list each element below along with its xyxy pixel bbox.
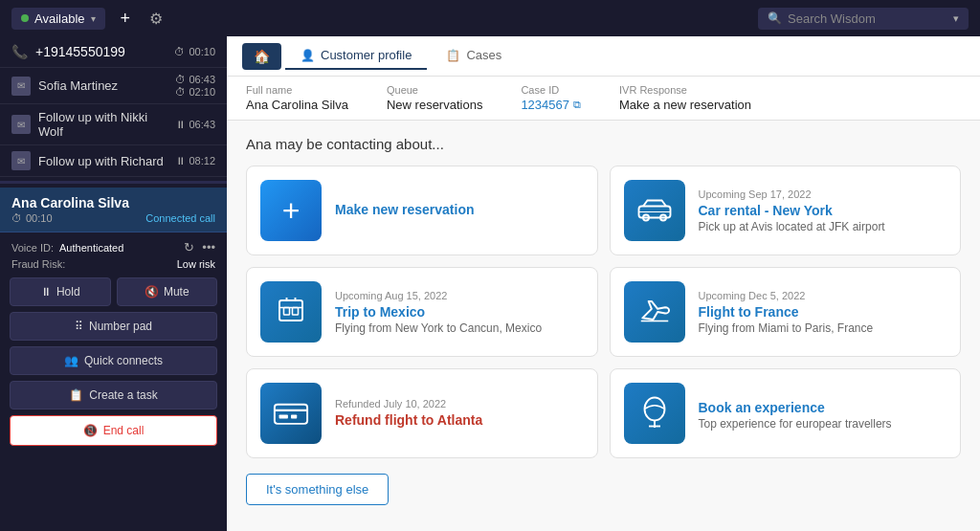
card-car-rental[interactable]: Upcoming Sep 17, 2022 Car rental - New Y…: [610, 166, 962, 255]
case-id-group: Case ID 1234567 ⧉: [521, 84, 581, 112]
tab-customer-profile[interactable]: 👤 Customer profile: [285, 42, 427, 70]
card-book-experience[interactable]: Book an experience Top experience for eu…: [610, 368, 962, 458]
refresh-icon[interactable]: ↻: [184, 240, 194, 254]
search-icon: 🔍: [768, 11, 782, 25]
status-dropdown[interactable]: Available ▾: [11, 8, 105, 30]
tab-home[interactable]: 🏠: [242, 43, 281, 70]
end-call-button[interactable]: 📵 End call: [10, 415, 217, 446]
mute-button[interactable]: 🔇 Mute: [117, 277, 218, 306]
svg-rect-14: [291, 415, 297, 419]
queue-name-nikki: Follow up with Nikki Wolf: [38, 110, 167, 139]
card-trip-mexico[interactable]: Upcoming Aug 15, 2022 Trip to Mexico Fly…: [246, 267, 598, 357]
card-icon-book-experience: [624, 383, 685, 444]
card-title-book-experience: Book an experience: [699, 400, 947, 415]
right-panel: 🏠 👤 Customer profile 📋 Cases Full name A…: [227, 36, 980, 531]
queue-name-richard: Follow up with Richard: [38, 154, 167, 168]
cases-label: Cases: [466, 48, 501, 62]
svg-rect-5: [284, 308, 290, 316]
phone-icon: 📞: [11, 44, 28, 59]
timer-clock-icon: ⏱: [11, 212, 22, 224]
card-icon-refund-atlanta: [260, 383, 322, 444]
queue-avatar-nikki: ✉: [11, 115, 31, 134]
customer-profile-icon: 👤: [301, 49, 315, 62]
more-icon[interactable]: •••: [202, 240, 215, 254]
active-call-meta: ⏱ 00:10 Connected call: [11, 212, 215, 224]
fraud-risk-value: Low risk: [177, 258, 215, 270]
queue-times-nikki: ⏸06:43: [175, 119, 215, 130]
clock-icon-1: ⏱: [175, 74, 186, 85]
tab-cases[interactable]: 📋 Cases: [431, 42, 517, 70]
queue-item-nikki[interactable]: ✉ Follow up with Nikki Wolf ⏸06:43: [0, 104, 227, 145]
queue-avatar-richard: ✉: [11, 151, 31, 170]
queue-avatar-sofia: ✉: [11, 77, 31, 96]
number-pad-label: Number pad: [89, 320, 152, 333]
fraud-risk-row: Fraud Risk: Low risk: [11, 258, 215, 270]
card-content-flight-france: Upcoming Dec 5, 2022 Flight to France Fl…: [699, 290, 947, 335]
search-chevron-icon: ▾: [953, 12, 959, 25]
card-refund-atlanta[interactable]: Refunded July 10, 2022 Refund flight to …: [246, 368, 598, 458]
top-nav: Available ▾ + ⚙ 🔍 ▾: [0, 0, 980, 36]
card-desc-trip-mexico: Flying from New York to Cancun, Mexico: [335, 321, 584, 335]
status-label: Available: [34, 11, 85, 26]
copy-icon[interactable]: ⧉: [573, 99, 581, 111]
something-else-button[interactable]: It's something else: [246, 474, 389, 505]
left-panel: 📞 +19145550199 ⏱ 00:10 ✉ Sofia Martinez …: [0, 36, 227, 531]
card-title-flight-france: Flight to France: [699, 304, 947, 320]
create-task-label: Create a task: [89, 388, 157, 402]
call-number: +19145550199: [35, 44, 125, 59]
active-call-timer: ⏱ 00:10: [11, 212, 53, 224]
quick-connects-button[interactable]: 👥 Quick connects: [10, 346, 217, 375]
pause-icon-richard: ⏸: [175, 155, 186, 166]
active-call-name: Ana Carolina Silva: [11, 195, 215, 210]
queue-item-richard[interactable]: ✉ Follow up with Richard ⏸08:12: [0, 145, 227, 177]
svg-rect-6: [293, 308, 299, 316]
card-subtitle-refund-atlanta: Refunded July 10, 2022: [335, 398, 584, 409]
card-content-car-rental: Upcoming Sep 17, 2022 Car rental - New Y…: [699, 188, 947, 233]
card-content-make-reservation: Make new reservation: [335, 202, 584, 219]
call-controls: ⏸ Hold 🔇 Mute ⠿ Number pad 👥 Quick conne…: [0, 270, 227, 454]
ivr-value: Make a new reservation: [619, 98, 751, 112]
quick-connects-label: Quick connects: [84, 354, 163, 367]
queue-times-richard: ⏸08:12: [175, 155, 215, 166]
card-title-make-reservation: Make new reservation: [335, 202, 584, 217]
hold-button[interactable]: ⏸ Hold: [10, 277, 111, 306]
card-title-trip-mexico: Trip to Mexico: [335, 304, 584, 320]
create-task-button[interactable]: 📋 Create a task: [10, 381, 217, 409]
queue-name-sofia: Sofia Martinez: [38, 78, 167, 93]
svg-rect-13: [279, 415, 288, 419]
cards-grid: + Make new reservation: [246, 166, 961, 458]
case-id-value[interactable]: 1234567 ⧉: [521, 98, 581, 112]
card-content-book-experience: Book an experience Top experience for eu…: [699, 397, 947, 431]
search-input[interactable]: [788, 11, 947, 26]
full-name-value: Ana Carolina Silva: [246, 98, 348, 112]
queue-times-sofia: ⏱06:43 ⏱02:10: [175, 74, 215, 98]
incoming-call-item[interactable]: 📞 +19145550199 ⏱ 00:10: [0, 36, 227, 68]
end-call-label: End call: [103, 424, 145, 437]
card-desc-car-rental: Pick up at Avis located at JFK airport: [699, 220, 947, 233]
number-pad-button[interactable]: ⠿ Number pad: [10, 312, 217, 341]
card-subtitle-trip-mexico: Upcoming Aug 15, 2022: [335, 290, 584, 301]
case-id-label: Case ID: [521, 84, 581, 96]
card-content-refund-atlanta: Refunded July 10, 2022 Refund flight to …: [335, 398, 584, 430]
fraud-risk-label: Fraud Risk:: [11, 258, 65, 270]
main-content: Ana may be contacting about... + Make ne…: [227, 121, 980, 531]
queue-value: New reservations: [387, 98, 482, 112]
divider: [0, 181, 227, 184]
settings-button[interactable]: ⚙: [145, 6, 167, 32]
quick-connects-icon: 👥: [64, 354, 78, 367]
card-flight-france[interactable]: Upcoming Dec 5, 2022 Flight to France Fl…: [610, 267, 962, 357]
queue-item-sofia[interactable]: ✉ Sofia Martinez ⏱06:43 ⏱02:10: [0, 68, 227, 104]
card-icon-make-reservation: +: [260, 180, 322, 241]
hold-icon: ⏸: [40, 285, 52, 299]
create-task-icon: 📋: [69, 388, 83, 402]
svg-rect-11: [275, 405, 307, 424]
customer-profile-label: Customer profile: [321, 48, 412, 62]
mute-label: Mute: [164, 285, 189, 299]
card-make-reservation[interactable]: + Make new reservation: [246, 166, 598, 255]
call-timer: ⏱ 00:10: [174, 46, 215, 57]
card-title-car-rental: Car rental - New York: [699, 203, 947, 218]
add-button[interactable]: +: [117, 5, 135, 33]
voice-id-row: Voice ID: Authenticated ↻ •••: [11, 236, 215, 258]
svg-rect-4: [279, 300, 302, 321]
timer-icon: ⏱: [174, 46, 185, 57]
